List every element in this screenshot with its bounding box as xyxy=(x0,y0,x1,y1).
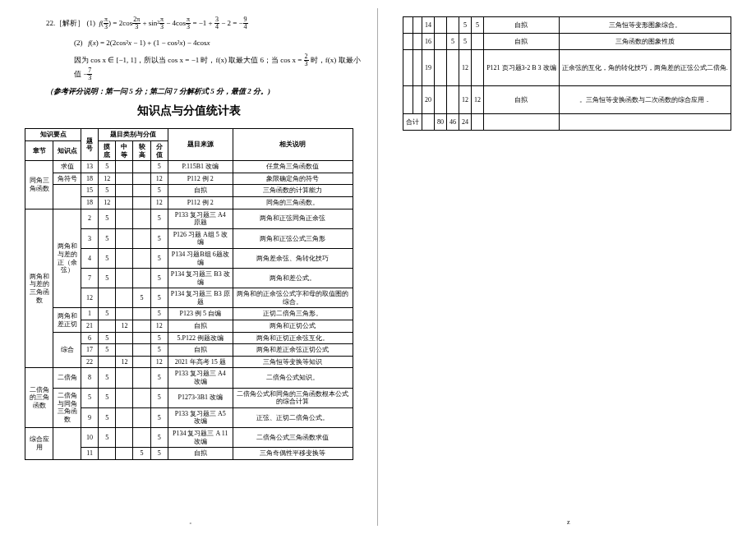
kp-cell: 综合 xyxy=(53,332,81,368)
kp-cell: 两角和差正切 xyxy=(53,308,81,332)
table-row: 1455自拟三角恒等变形图象综合。 xyxy=(403,17,731,34)
table-row: 201212自拟。三角恒等变换函数与二次函数的综合应用． xyxy=(403,86,731,114)
explain-prefix: 因为 cos x ∈ [−1, 1]，所以当 cos x = −1 时，f(x)… xyxy=(74,56,304,64)
kp-cell: 求值 xyxy=(53,161,81,173)
chapter-cell: 同角三角函数 xyxy=(25,161,53,209)
page-number-left: 。 xyxy=(189,517,196,526)
table-row: 综合6555.P122 例题改编两角和正切正余弦互化。 xyxy=(25,332,353,344)
right-page: 1455自拟三角恒等变形图象综合。 1655自拟三角函数的图象性质 1912P1… xyxy=(378,0,756,534)
scoring-note: （参考评分说明：第一问 5 分；第二问 7 分解析式 5 分，最值 2 分。) xyxy=(46,86,365,97)
part1-math: f(π3) = 2cos2π3 + sin²π3 − 4cosπ3 = −1 +… xyxy=(99,19,248,27)
problem-22-explain: 因为 cos x ∈ [−1, 1]，所以当 cos x = −1 时，f(x)… xyxy=(74,53,365,81)
h-scoretype: 题目类别与分值 xyxy=(99,129,168,141)
h-chapter: 章节 xyxy=(25,140,53,160)
h-source: 题目来源 xyxy=(168,129,233,161)
header-row-1: 知识要点 题号 题目类别与分值 题目来源 相关说明 xyxy=(25,129,353,141)
chapter-cell: 综合应用 xyxy=(25,428,53,460)
part2-label: (2) xyxy=(74,39,83,47)
h-kp: 知识点 xyxy=(53,140,81,160)
chapter-cell: 二倍角的三角函数 xyxy=(25,368,53,428)
table-row: 综合应用1055P134 复习题三 A 11 改编二倍角公式三角函数求值 xyxy=(25,428,353,448)
table-row: 角符号181212P112 例 2象限确定角的符号 xyxy=(25,173,353,185)
knowledge-table: 知识要点 题号 题目类别与分值 题目来源 相关说明 章节 知识点 摸底 中等 较… xyxy=(25,128,353,459)
part2-math: f(x) = 2(2cos²x − 1) + (1 − cos²x) − 4co… xyxy=(88,39,210,47)
left-page: 22.［解析］ (1) f(π3) = 2cos2π3 + sin²π3 − 4… xyxy=(0,0,378,534)
table-row: 1555自拟三角函数的计算能力 xyxy=(25,185,353,197)
kp-cell: 两角和与差的正（余弦） xyxy=(53,209,81,308)
kp-cell: 二倍角 xyxy=(53,368,81,388)
h-note: 相关说明 xyxy=(233,129,353,161)
problem-22-part1: 22.［解析］ (1) f(π3) = 2cos2π3 + sin²π3 − 4… xyxy=(46,16,365,30)
table-row: 二倍角与同角三角函数555P1273-3B1 改编二倍角公式和同角的三角函数根本… xyxy=(25,388,353,407)
table-row: 两角和与差的三角函数两角和与差的正（余弦）255P133 复习题三 A4 原题两… xyxy=(25,209,353,228)
h-qnum: 题号 xyxy=(81,129,99,161)
chapter-cell: 两角和与差的三角函数 xyxy=(25,209,53,368)
h-knowledge: 知识要点 xyxy=(25,129,81,141)
kp-cell: 二倍角与同角三角函数 xyxy=(53,388,81,427)
h-high: 较高 xyxy=(133,140,150,160)
problem-number: 22.［解析］ xyxy=(46,19,85,27)
page-number-right: z xyxy=(567,518,570,526)
table-row: 同角三角函数求值1355P.115B1 改编任意角三角函数值 xyxy=(25,161,353,173)
part1-label: (1) xyxy=(87,19,96,27)
totals-row: 合计804624 xyxy=(403,114,731,131)
table-row: 二倍角的三角函数二倍角855P133 复习题三 A4 改编二倍角公式知识。 xyxy=(25,368,353,388)
totals-label: 合计 xyxy=(403,114,422,131)
table-row: 1912P121 页习题3-2 B 3 改编正余弦的互化，角的转化技巧，两角差的… xyxy=(403,50,731,86)
kp-cell: 角符号 xyxy=(53,173,81,185)
table-row: 1655自拟三角函数的图象性质 xyxy=(403,34,731,50)
h-score: 分值 xyxy=(150,140,168,160)
table-title: 知识点与分值统计表 xyxy=(13,104,365,118)
right-table: 1455自拟三角恒等变形图象综合。 1655自拟三角函数的图象性质 1912P1… xyxy=(403,16,731,131)
table-row: 两角和差正切155P123 例 5 自编正切二倍角三角形。 xyxy=(25,308,353,320)
problem-22-part2: (2) f(x) = 2(2cos²x − 1) + (1 − cos²x) −… xyxy=(74,37,365,48)
h-basic: 摸底 xyxy=(99,140,116,160)
h-mid: 中等 xyxy=(116,140,133,160)
